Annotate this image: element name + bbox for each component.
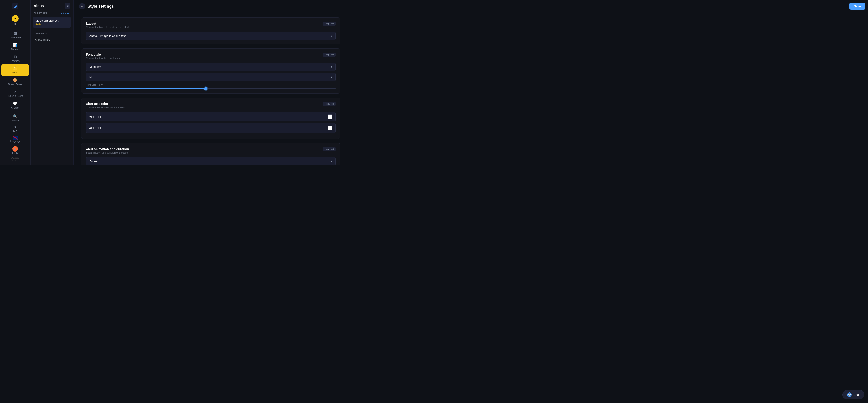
font-size-slider[interactable] bbox=[86, 88, 336, 89]
alerts-library-item[interactable]: Alerts library bbox=[31, 36, 73, 43]
dashboard-icon: ⊞ bbox=[14, 31, 17, 35]
collapse-button[interactable]: ◀ bbox=[65, 3, 70, 8]
overview-header: OVERVIEW bbox=[31, 29, 73, 36]
score-circle: ● bbox=[12, 15, 19, 22]
sidebar-item-stream-assets[interactable]: 🎨 Stream Assets bbox=[1, 76, 29, 88]
sidebar-item-label: FAQ bbox=[13, 130, 18, 133]
color-input-2[interactable]: #FFFFFF bbox=[86, 123, 336, 133]
sidebar-item-label: Stream Assets bbox=[8, 83, 22, 86]
back-icon: ← bbox=[81, 4, 84, 8]
font-weight-dropdown[interactable]: 500 ▾ bbox=[86, 73, 336, 81]
layout-section-header: Layout Choose the type of layout for you… bbox=[86, 22, 336, 28]
text-color-required-badge: Required bbox=[323, 102, 336, 106]
sidebar-item-statistics[interactable]: 📊 Statistics bbox=[1, 41, 29, 53]
alert-set-card[interactable]: My default alert set Active bbox=[33, 17, 71, 28]
alert-set-label: ALERT SET bbox=[34, 12, 47, 15]
sidebar-item-search[interactable]: 🔍 Search bbox=[1, 112, 29, 124]
style-panel-content: Layout Choose the type of layout for you… bbox=[74, 13, 347, 165]
faq-icon: ? bbox=[14, 126, 16, 129]
alert-text-color-desc: Choose the font colors of your alert bbox=[86, 106, 125, 109]
overlays-icon: ⧉ bbox=[14, 55, 17, 59]
sidebar-item-label: Epidemic Sound bbox=[7, 95, 24, 97]
sidebar-item-faq[interactable]: ? FAQ bbox=[1, 124, 29, 135]
alert-text-color-info: Alert text color Choose the font colors … bbox=[86, 102, 125, 109]
sidebar-item-label: Statistics bbox=[11, 48, 20, 51]
slider-thumb[interactable] bbox=[204, 87, 207, 90]
alert-text-color-section: Alert text color Choose the font colors … bbox=[81, 98, 340, 139]
alerts-library-label: Alerts library bbox=[35, 38, 50, 41]
font-style-section: Font style Choose the font type for the … bbox=[81, 49, 340, 94]
alert-animation-title: Alert animation and duration bbox=[86, 147, 129, 151]
font-weight-value: 500 bbox=[89, 75, 94, 79]
sidebar-item-label: Search bbox=[11, 119, 19, 122]
sidebar-item-chatbot[interactable]: 💬 Chatbot bbox=[1, 99, 29, 110]
layout-section-info: Layout Choose the type of layout for you… bbox=[86, 22, 129, 28]
alerts-icon: 🔔 bbox=[13, 66, 18, 70]
font-family-value: Montserrat bbox=[89, 65, 103, 68]
layout-required-badge: Required bbox=[323, 22, 336, 26]
layout-section: Layout Choose the type of layout for you… bbox=[81, 18, 340, 44]
collapse-icon: ◀ bbox=[66, 4, 68, 7]
sidebar-item-label: Alerts bbox=[12, 71, 18, 74]
language-label: Language bbox=[10, 140, 20, 143]
layout-section-desc: Choose the type of layout for your alert bbox=[86, 26, 129, 28]
score-value: 0 bbox=[14, 23, 16, 25]
alert-set-name: My default alert set bbox=[35, 19, 68, 22]
font-style-section-info: Font style Choose the font type for the … bbox=[86, 53, 122, 59]
back-button[interactable]: ← bbox=[79, 3, 85, 9]
style-panel-title: Style settings bbox=[88, 4, 114, 9]
language-selector[interactable]: Language bbox=[0, 135, 30, 144]
add-set-button[interactable]: + Add set bbox=[61, 12, 70, 15]
color-value-2: #FFFFFF bbox=[89, 126, 102, 130]
color-value-1: #FFFFFF bbox=[89, 115, 102, 118]
alert-set-header: ALERT SET + Add set bbox=[31, 11, 73, 16]
slider-fill bbox=[86, 88, 206, 89]
sidebar-item-dashboard[interactable]: ⊞ Dashboard bbox=[1, 29, 29, 41]
color-swatch-2 bbox=[328, 126, 332, 130]
sidebar-logo[interactable] bbox=[0, 0, 30, 13]
font-family-dropdown[interactable]: Montserrat ▾ bbox=[86, 63, 336, 71]
alerts-header: Alerts ◀ bbox=[31, 0, 73, 11]
layout-dropdown-arrow: ▾ bbox=[331, 34, 332, 37]
alerts-title: Alerts bbox=[34, 4, 44, 8]
fade-in-value: Fade-in bbox=[89, 160, 99, 163]
font-family-arrow: ▾ bbox=[331, 65, 332, 68]
profile-label: Profile bbox=[12, 152, 18, 155]
font-weight-arrow: ▾ bbox=[331, 76, 332, 79]
version-info: v54a35af ID: 172 bbox=[0, 156, 30, 163]
statistics-icon: 📊 bbox=[13, 43, 18, 47]
chatbot-icon: 💬 bbox=[13, 101, 18, 106]
font-style-required-badge: Required bbox=[323, 53, 336, 57]
alert-text-color-header: Alert text color Choose the font colors … bbox=[86, 102, 336, 109]
fade-in-dropdown[interactable]: Fade-in ▾ bbox=[86, 157, 336, 165]
alert-animation-desc: Set animation and duration of the alert bbox=[86, 151, 129, 154]
sidebar-score: ● 0 bbox=[0, 13, 30, 28]
profile-icon: ▶ bbox=[12, 146, 18, 151]
style-panel: ← Style settings Layout Choose the type … bbox=[74, 0, 347, 165]
animation-required-badge: Required bbox=[323, 147, 336, 151]
sidebar-bottom: 🔍 Search ? FAQ Language ▶ Profile v54a35… bbox=[0, 110, 30, 165]
alert-animation-section: Alert animation and duration Set animati… bbox=[81, 143, 340, 165]
alert-animation-info: Alert animation and duration Set animati… bbox=[86, 147, 129, 154]
search-icon: 🔍 bbox=[13, 114, 18, 118]
alert-animation-header: Alert animation and duration Set animati… bbox=[86, 147, 336, 154]
alerts-panel: Alerts ◀ ALERT SET + Add set My default … bbox=[31, 0, 73, 165]
layout-section-title: Layout bbox=[86, 22, 129, 25]
sidebar-nav: ⊞ Dashboard 📊 Statistics ⧉ Overlays 🔔 Al… bbox=[0, 28, 30, 110]
sidebar-item-epidemic-sound[interactable]: ♪ Epidemic Sound bbox=[1, 88, 29, 99]
sidebar-item-overlays[interactable]: ⧉ Overlays bbox=[1, 53, 29, 64]
overview-label: OVERVIEW bbox=[34, 32, 47, 35]
layout-dropdown[interactable]: Above - Image is above text ▾ bbox=[86, 32, 336, 40]
sidebar-item-label: Dashboard bbox=[10, 36, 21, 39]
logo-icon bbox=[12, 3, 18, 9]
sidebar: ● 0 ⊞ Dashboard 📊 Statistics ⧉ Overlays … bbox=[0, 0, 31, 165]
profile-section[interactable]: ▶ Profile bbox=[0, 144, 30, 156]
version-text: v54a35af bbox=[11, 157, 19, 159]
color-swatch-1 bbox=[328, 114, 332, 119]
sidebar-item-label: Overlays bbox=[11, 60, 20, 62]
color-input-1[interactable]: #FFFFFF bbox=[86, 112, 336, 121]
language-flag-icon bbox=[13, 136, 18, 140]
sidebar-item-alerts[interactable]: 🔔 Alerts bbox=[1, 64, 29, 76]
sidebar-item-label: Chatbot bbox=[11, 107, 19, 109]
alert-text-color-title: Alert text color bbox=[86, 102, 125, 106]
